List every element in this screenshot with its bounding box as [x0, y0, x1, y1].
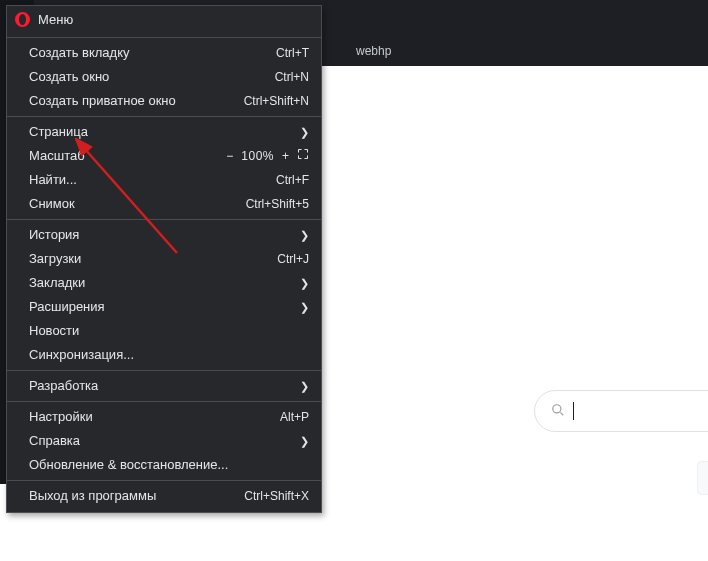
- menu-item-find[interactable]: Найти...Ctrl+F: [7, 168, 321, 192]
- menu-item-zoom[interactable]: Масштаб−100%+: [7, 144, 321, 168]
- menu-item-snap[interactable]: СнимокCtrl+Shift+5: [7, 192, 321, 216]
- menu-item-new-tab[interactable]: Создать вкладкуCtrl+T: [7, 41, 321, 65]
- menu-item-shortcut: Ctrl+N: [275, 69, 309, 85]
- menu-item-label: Справка: [29, 433, 80, 449]
- menu-separator: [7, 219, 321, 220]
- opera-logo-icon: [15, 12, 30, 27]
- menu-separator: [7, 401, 321, 402]
- menu-item-bookmarks[interactable]: Закладки❯: [7, 271, 321, 295]
- chevron-right-icon: ❯: [300, 378, 309, 394]
- menu-item-label: Обновление & восстановление...: [29, 457, 228, 473]
- menu-separator: [7, 370, 321, 371]
- menu-item-update[interactable]: Обновление & восстановление...: [7, 453, 321, 477]
- menu-item-shortcut: Ctrl+Shift+X: [244, 488, 309, 504]
- address-fragment: webhp: [356, 44, 391, 58]
- zoom-in-button[interactable]: +: [282, 148, 289, 164]
- menu-item-label: Синхронизация...: [29, 347, 134, 363]
- menu-item-shortcut: Ctrl+F: [276, 172, 309, 188]
- main-menu-popup: Меню Создать вкладкуCtrl+TСоздать окноCt…: [6, 5, 322, 513]
- menu-item-downloads[interactable]: ЗагрузкиCtrl+J: [7, 247, 321, 271]
- menu-item-shortcut: Alt+P: [280, 409, 309, 425]
- svg-point-1: [553, 404, 561, 412]
- menu-item-history[interactable]: История❯: [7, 223, 321, 247]
- chevron-right-icon: ❯: [300, 124, 309, 140]
- menu-item-label: Создать приватное окно: [29, 93, 176, 109]
- menu-item-label: Настройки: [29, 409, 93, 425]
- menu-item-label: История: [29, 227, 79, 243]
- menu-header: Меню: [7, 6, 321, 34]
- menu-item-new-window[interactable]: Создать окноCtrl+N: [7, 65, 321, 89]
- chevron-right-icon: ❯: [300, 299, 309, 315]
- menu-title: Меню: [38, 12, 73, 27]
- menu-separator: [7, 480, 321, 481]
- search-icon: [551, 403, 565, 420]
- text-caret: [573, 402, 574, 420]
- menu-item-label: Закладки: [29, 275, 85, 291]
- menu-item-extensions[interactable]: Расширения❯: [7, 295, 321, 319]
- menu-item-label: Снимок: [29, 196, 75, 212]
- menu-item-label: Масштаб: [29, 148, 85, 164]
- menu-item-new-private[interactable]: Создать приватное окноCtrl+Shift+N: [7, 89, 321, 113]
- zoom-out-button[interactable]: −: [226, 148, 233, 164]
- menu-item-help[interactable]: Справка❯: [7, 429, 321, 453]
- menu-item-dev[interactable]: Разработка❯: [7, 374, 321, 398]
- menu-item-label: Создать окно: [29, 69, 109, 85]
- chevron-right-icon: ❯: [300, 433, 309, 449]
- menu-item-label: Найти...: [29, 172, 77, 188]
- menu-item-exit[interactable]: Выход из программыCtrl+Shift+X: [7, 484, 321, 508]
- chevron-right-icon: ❯: [300, 227, 309, 243]
- menu-item-label: Загрузки: [29, 251, 81, 267]
- menu-separator: [7, 37, 321, 38]
- menu-item-shortcut: Ctrl+T: [276, 45, 309, 61]
- fullscreen-icon[interactable]: [297, 148, 309, 164]
- menu-item-settings[interactable]: НастройкиAlt+P: [7, 405, 321, 429]
- menu-item-shortcut: Ctrl+Shift+5: [246, 196, 309, 212]
- menu-item-label: Страница: [29, 124, 88, 140]
- menu-item-label: Создать вкладку: [29, 45, 130, 61]
- menu-item-sync[interactable]: Синхронизация...: [7, 343, 321, 367]
- menu-item-shortcut: Ctrl+Shift+N: [244, 93, 309, 109]
- menu-item-label: Разработка: [29, 378, 98, 394]
- menu-item-label: Выход из программы: [29, 488, 156, 504]
- zoom-controls: −100%+: [226, 148, 309, 164]
- menu-item-news[interactable]: Новости: [7, 319, 321, 343]
- chevron-right-icon: ❯: [300, 275, 309, 291]
- search-box[interactable]: [534, 390, 708, 432]
- menu-item-label: Новости: [29, 323, 79, 339]
- menu-item-shortcut: Ctrl+J: [277, 251, 309, 267]
- zoom-value: 100%: [241, 148, 274, 164]
- menu-item-label: Расширения: [29, 299, 105, 315]
- menu-separator: [7, 116, 321, 117]
- search-suggestion-button-fragment[interactable]: [697, 461, 708, 495]
- menu-item-page[interactable]: Страница❯: [7, 120, 321, 144]
